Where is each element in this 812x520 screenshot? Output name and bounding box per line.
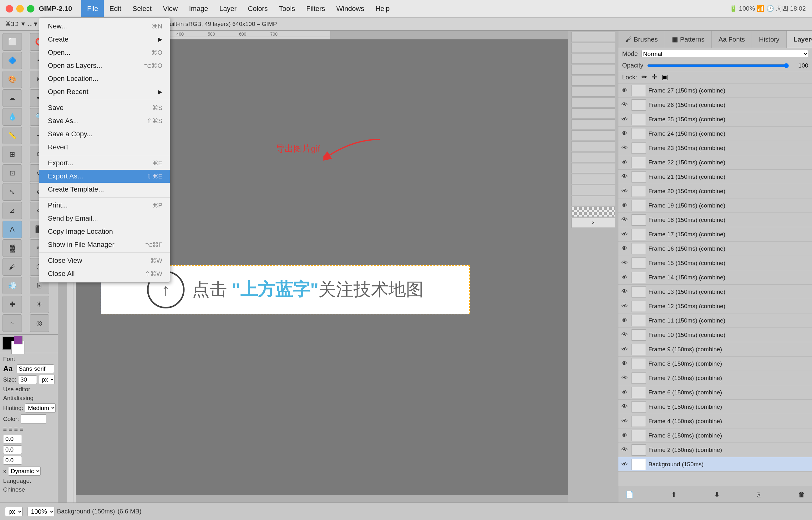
menu-help[interactable]: Help [370,0,395,17]
active-color-swatch[interactable] [14,336,23,344]
lower-layer-button[interactable]: ⬇ [711,489,723,500]
layer-visibility-icon[interactable]: 👁 [620,187,629,195]
menu-close-all[interactable]: Close All ⇧⌘W [39,267,170,280]
x-dynamic-select[interactable]: Dynamic [8,467,41,476]
layer-visibility-icon[interactable]: 👁 [620,389,629,396]
tab-patterns[interactable]: ▦ Patterns [665,31,712,48]
indent-input[interactable] [3,435,22,443]
layer-visibility-icon[interactable]: 👁 [620,331,629,338]
tool-airbrush[interactable]: 💨 [2,277,22,294]
tab-brushes[interactable]: 🖌 Brushes [618,31,665,48]
layer-visibility-icon[interactable]: 👁 [620,274,629,281]
layer-visibility-icon[interactable]: 👁 [620,159,629,166]
layer-row[interactable]: 👁Frame 5 (150ms) (combine) [618,400,812,414]
tool-convolve[interactable]: ◎ [30,314,49,332]
layer-row[interactable]: 👁Frame 19 (150ms) (combine) [618,199,812,213]
thumb-item[interactable] [571,98,615,107]
menu-filters[interactable]: Filters [301,0,330,17]
layer-visibility-icon[interactable]: 👁 [620,346,629,353]
tool-rect-select[interactable]: ⬜ [2,33,22,51]
layer-row[interactable]: 👁Frame 11 (150ms) (combine) [618,313,812,328]
menu-view[interactable]: View [157,0,183,17]
font-input[interactable] [17,364,54,373]
layer-row[interactable]: 👁Frame 16 (150ms) (combine) [618,241,812,256]
menu-save-as[interactable]: Save As... ⇧⌘S [39,114,170,128]
layer-row[interactable]: 👁Frame 27 (150ms) (combine) [618,83,812,98]
menu-layer[interactable]: Layer [214,0,242,17]
layer-visibility-icon[interactable]: 👁 [620,417,629,425]
menu-open-location[interactable]: Open Location... [39,72,170,85]
thumb-item[interactable] [571,120,615,129]
thumb-item[interactable]: × [571,218,615,228]
zoom-select[interactable]: 100% 50% 200% [27,507,54,516]
menu-save[interactable]: Save ⌘S [39,101,170,114]
menu-print[interactable]: Print... ⌘P [39,199,170,212]
justify-center-icon[interactable]: ≡ [9,426,13,433]
layer-row[interactable]: 👁Frame 13 (150ms) (combine) [618,285,812,299]
thumb-item[interactable] [571,108,615,119]
menu-show-file-manager[interactable]: Show in File Manager ⌥⌘F [39,238,170,251]
tab-layers[interactable]: Layers [787,31,812,48]
layer-row[interactable]: 👁Frame 20 (150ms) (combine) [618,184,812,199]
lock-position-icon[interactable]: ✛ [651,73,657,81]
layer-visibility-icon[interactable]: 👁 [620,87,629,94]
tool-foreground-select[interactable]: ☁ [2,89,22,107]
layer-row[interactable]: 👁Frame 2 (150ms) (combine) [618,443,812,457]
layer-row[interactable]: 👁Frame 8 (150ms) (combine) [618,357,812,371]
menu-export-as[interactable]: Export As... ⇧⌘E [39,170,170,183]
tool-measure[interactable]: 📏 [2,127,22,145]
tool-paintbrush[interactable]: 🖌 [2,258,22,276]
layer-visibility-icon[interactable]: 👁 [620,231,629,238]
thumb-item[interactable] [571,43,615,53]
layer-visibility-icon[interactable]: 👁 [620,259,629,266]
layer-visibility-icon[interactable]: 👁 [620,173,629,180]
layer-visibility-icon[interactable]: 👁 [620,374,629,382]
tab-fonts[interactable]: Aa Fonts [712,31,752,48]
layer-row[interactable]: 👁Frame 15 (150ms) (combine) [618,256,812,270]
layer-row[interactable]: 👁Frame 4 (150ms) (combine) [618,414,812,428]
thumb-item[interactable] [571,163,615,173]
unit-select[interactable]: px % in [5,507,23,516]
lock-pixels-icon[interactable]: ✏ [642,73,647,81]
tool-text[interactable]: A [2,220,22,238]
thumb-item[interactable] [571,174,615,184]
minimize-button[interactable] [16,5,24,12]
layer-visibility-icon[interactable]: 👁 [620,446,629,453]
thumb-item[interactable] [571,32,615,42]
line-spacing-input[interactable] [3,445,22,454]
size-input[interactable] [18,375,37,384]
layer-row[interactable]: 👁Frame 18 (150ms) (combine) [618,213,812,227]
menu-copy-location[interactable]: Copy Image Location [39,225,170,238]
tool-heal[interactable]: ✚ [2,296,22,313]
layer-visibility-icon[interactable]: 👁 [620,461,629,468]
layer-row[interactable]: 👁Frame 21 (150ms) (combine) [618,170,812,184]
justify-fill-icon[interactable]: ≡ [20,426,23,433]
layer-row[interactable]: 👁Frame 24 (150ms) (combine) [618,127,812,141]
maximize-button[interactable] [27,5,34,12]
thumb-item[interactable] [571,152,615,162]
duplicate-layer-button[interactable]: ⎘ [754,489,764,500]
menu-open[interactable]: Open... ⌘O [39,46,170,59]
thumb-item[interactable] [571,141,615,151]
layer-row[interactable]: 👁Frame 14 (150ms) (combine) [618,270,812,285]
layer-visibility-icon[interactable]: 👁 [620,145,629,152]
thumb-item[interactable] [571,86,615,97]
layer-row[interactable]: 👁Background (150ms) [618,457,812,472]
letter-spacing-input[interactable] [3,456,22,465]
tool-perspective[interactable]: ⊿ [2,202,22,219]
thumb-item[interactable] [571,196,615,206]
menu-colors[interactable]: Colors [242,0,273,17]
tab-history[interactable]: History [752,31,786,48]
layer-row[interactable]: 👁Frame 26 (150ms) (combine) [618,98,812,112]
menu-new[interactable]: New... ⌘N [39,20,170,33]
menu-export[interactable]: Export... ⌘E [39,157,170,170]
thumb-item[interactable] [571,130,615,140]
layer-visibility-icon[interactable]: 👁 [620,130,629,137]
layer-visibility-icon[interactable]: 👁 [620,360,629,367]
menu-save-copy[interactable]: Save a Copy... [39,128,170,140]
menu-send-email[interactable]: Send by Email... [39,212,170,225]
thumb-item[interactable] [571,65,615,75]
menu-create[interactable]: Create ▶ [39,33,170,46]
justify-left-icon[interactable]: ≡ [3,426,7,433]
layer-visibility-icon[interactable]: 👁 [620,403,629,410]
